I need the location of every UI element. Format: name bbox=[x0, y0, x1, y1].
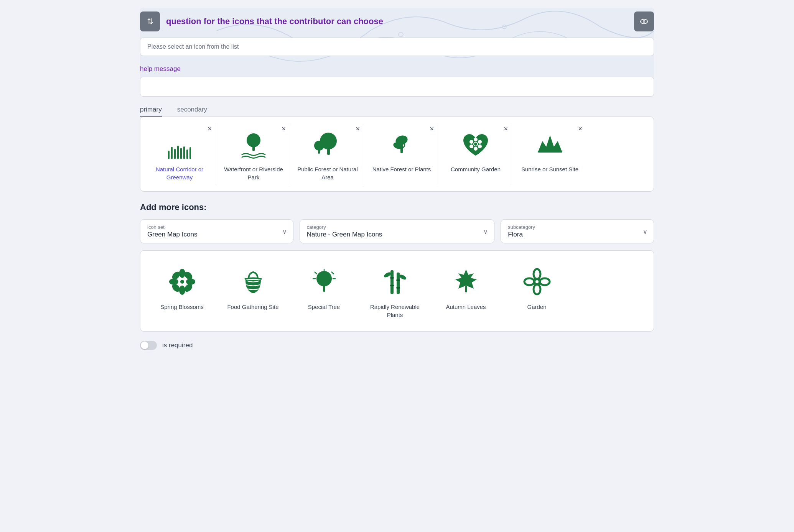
eye-icon bbox=[639, 17, 649, 26]
svg-rect-44 bbox=[323, 286, 325, 292]
natural-corridor-icon bbox=[162, 128, 197, 162]
tabs-row: primary secondary bbox=[140, 106, 654, 117]
sunrise-icon bbox=[533, 128, 567, 162]
svg-point-42 bbox=[180, 280, 184, 284]
preview-button[interactable] bbox=[634, 11, 654, 31]
food-gathering-icon bbox=[236, 264, 270, 299]
drag-handle[interactable]: ⇅ bbox=[140, 11, 160, 31]
selected-icon-waterfront[interactable]: × Waterfront or Riverside Park bbox=[218, 123, 289, 185]
question-row: ⇅ question for the icons that the contri… bbox=[140, 11, 654, 31]
svg-point-5 bbox=[644, 21, 645, 22]
special-tree-icon bbox=[307, 264, 341, 299]
add-more-title: Add more icons: bbox=[140, 202, 654, 212]
svg-rect-15 bbox=[252, 146, 255, 151]
help-input[interactable] bbox=[140, 77, 654, 97]
spring-blossoms-icon bbox=[165, 264, 199, 299]
svg-rect-52 bbox=[390, 277, 394, 279]
svg-point-64 bbox=[535, 280, 539, 283]
waterfront-icon bbox=[236, 128, 271, 162]
grid-icon-garden[interactable]: Garden bbox=[501, 258, 572, 323]
remove-public-forest[interactable]: × bbox=[356, 125, 360, 132]
grid-icon-autumn-leaves[interactable]: Autumn Leaves bbox=[430, 258, 501, 323]
public-forest-icon bbox=[310, 128, 345, 162]
tab-secondary[interactable]: secondary bbox=[177, 106, 207, 117]
special-tree-label: Special Tree bbox=[308, 303, 340, 311]
community-garden-label: Community Garden bbox=[451, 165, 501, 173]
svg-rect-9 bbox=[177, 146, 179, 159]
svg-rect-50 bbox=[390, 270, 394, 294]
native-forest-icon bbox=[384, 128, 419, 162]
community-garden-icon bbox=[458, 128, 493, 162]
remove-sunrise[interactable]: × bbox=[578, 125, 582, 132]
svg-rect-11 bbox=[183, 146, 185, 159]
subcategory-dropdown[interactable]: subcategory Flora ∨ bbox=[501, 219, 654, 243]
svg-rect-10 bbox=[180, 148, 182, 159]
svg-rect-58 bbox=[465, 286, 467, 292]
svg-point-30 bbox=[478, 144, 482, 148]
autumn-leaves-icon bbox=[449, 264, 483, 299]
svg-point-61 bbox=[524, 278, 534, 285]
svg-rect-32 bbox=[538, 151, 562, 153]
icons-grid: Spring Blossoms bbox=[140, 250, 654, 332]
category-label: category bbox=[307, 224, 487, 230]
tab-primary[interactable]: primary bbox=[140, 106, 162, 117]
remove-community-garden[interactable]: × bbox=[504, 125, 508, 132]
remove-native-forest[interactable]: × bbox=[430, 125, 434, 132]
svg-point-29 bbox=[469, 144, 473, 148]
question-input[interactable]: Please select an icon from the list bbox=[140, 38, 654, 56]
rapidly-renewable-label: Rapidly Renewable Plants bbox=[363, 303, 427, 319]
rapidly-renewable-icon bbox=[378, 264, 412, 299]
category-arrow: ∨ bbox=[483, 228, 488, 235]
svg-rect-12 bbox=[186, 149, 188, 159]
grid-icon-special-tree[interactable]: Special Tree bbox=[288, 258, 359, 323]
native-forest-label: Native Forest or Plants bbox=[372, 165, 431, 173]
svg-point-28 bbox=[478, 140, 482, 144]
remove-natural-corridor[interactable]: × bbox=[208, 125, 212, 132]
filters-row: icon set Green Map Icons ∨ category Natu… bbox=[140, 219, 654, 243]
public-forest-label: Public Forest or Natural Area bbox=[296, 165, 359, 181]
subcategory-value: Flora bbox=[508, 231, 647, 238]
grid-icon-spring-blossoms[interactable]: Spring Blossoms bbox=[147, 258, 217, 323]
icon-set-value: Green Map Icons bbox=[147, 231, 286, 238]
svg-point-27 bbox=[469, 140, 473, 144]
grid-icon-rapidly-renewable[interactable]: Rapidly Renewable Plants bbox=[359, 258, 430, 323]
natural-corridor-label: Natural Corridor or Greenway bbox=[148, 165, 211, 181]
selected-icons-container: × bbox=[140, 117, 654, 192]
icon-set-label: icon set bbox=[147, 224, 286, 230]
icon-set-dropdown[interactable]: icon set Green Map Icons ∨ bbox=[140, 219, 293, 243]
selected-icon-natural-corridor[interactable]: × bbox=[144, 123, 215, 185]
svg-rect-6 bbox=[168, 151, 170, 159]
selected-icon-public-forest[interactable]: × Public Forest or Natural Area bbox=[292, 123, 363, 185]
icon-set-arrow: ∨ bbox=[282, 228, 287, 235]
svg-point-18 bbox=[314, 141, 324, 151]
help-label: help message bbox=[140, 65, 654, 73]
svg-point-25 bbox=[474, 138, 478, 141]
grid-icon-food-gathering[interactable]: Food Gathering Site bbox=[217, 258, 288, 323]
question-title: question for the icons that the contribu… bbox=[166, 16, 628, 26]
spring-blossoms-label: Spring Blossoms bbox=[160, 303, 204, 311]
required-row: is required bbox=[140, 341, 654, 350]
svg-rect-13 bbox=[189, 147, 191, 159]
garden-label: Garden bbox=[527, 303, 546, 311]
waterfront-label: Waterfront or Riverside Park bbox=[222, 165, 285, 181]
svg-rect-8 bbox=[174, 149, 176, 159]
selected-icon-native-forest[interactable]: × Native Forest or Pl bbox=[366, 123, 437, 185]
remove-waterfront[interactable]: × bbox=[282, 125, 286, 132]
subcategory-label: subcategory bbox=[508, 224, 647, 230]
category-dropdown[interactable]: category Nature - Green Map Icons ∨ bbox=[300, 219, 494, 243]
svg-point-31 bbox=[474, 143, 477, 146]
svg-rect-54 bbox=[396, 279, 400, 281]
selected-icon-sunrise[interactable]: × Sunrise or Sunset Site bbox=[514, 123, 585, 185]
subcategory-arrow: ∨ bbox=[643, 228, 647, 235]
svg-point-34 bbox=[179, 286, 185, 295]
svg-point-62 bbox=[540, 278, 550, 285]
selected-icon-community-garden[interactable]: × bbox=[440, 123, 511, 185]
svg-rect-55 bbox=[396, 287, 400, 289]
svg-point-26 bbox=[474, 147, 478, 151]
svg-point-59 bbox=[534, 269, 540, 279]
toggle-knob bbox=[141, 342, 148, 349]
svg-point-36 bbox=[186, 279, 195, 285]
required-toggle[interactable] bbox=[140, 341, 157, 350]
required-label: is required bbox=[162, 342, 193, 349]
food-gathering-label: Food Gathering Site bbox=[227, 303, 278, 311]
